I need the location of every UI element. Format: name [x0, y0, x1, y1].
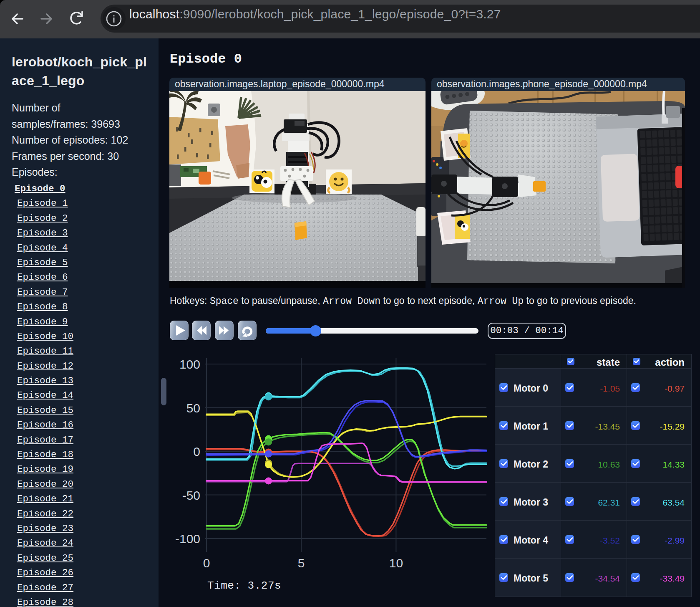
svg-text:0: 0 [193, 445, 200, 458]
svg-text:0: 0 [203, 556, 210, 570]
svg-text:10: 10 [389, 556, 403, 570]
svg-text:-50: -50 [182, 488, 200, 502]
svg-text:5: 5 [298, 556, 305, 570]
svg-text:-100: -100 [175, 532, 200, 546]
svg-text:100: 100 [179, 357, 200, 371]
svg-text:50: 50 [186, 401, 200, 415]
